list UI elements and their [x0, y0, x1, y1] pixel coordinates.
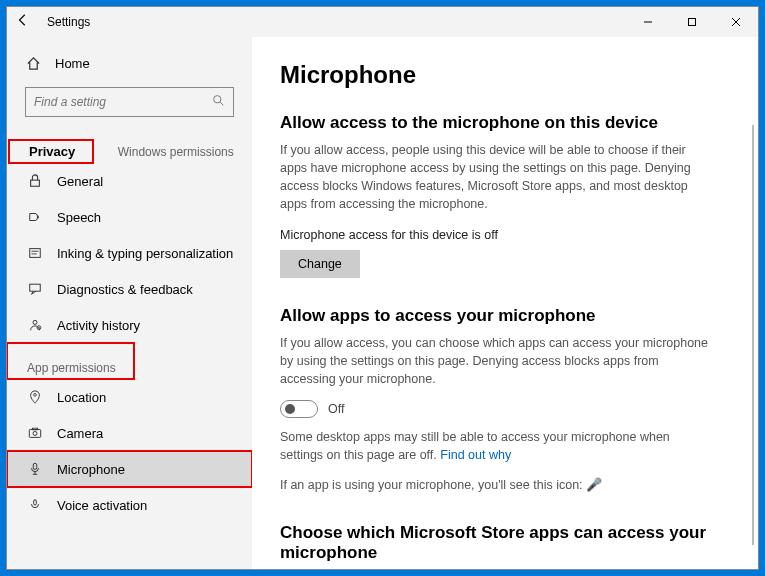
search-icon: [212, 94, 225, 110]
nav-voice-activation[interactable]: Voice activation: [7, 487, 252, 523]
svg-point-11: [33, 320, 37, 324]
section-desc: If you allow access, people using this d…: [280, 141, 710, 214]
nav-speech[interactable]: Speech: [7, 199, 252, 235]
inking-icon: [27, 245, 43, 261]
change-button[interactable]: Change: [280, 250, 360, 278]
nav-label: Diagnostics & feedback: [57, 282, 193, 297]
toggle-state: Off: [328, 402, 344, 416]
window-controls: [626, 7, 758, 37]
svg-rect-18: [32, 428, 37, 430]
minimize-button[interactable]: [626, 7, 670, 37]
svg-point-15: [34, 394, 37, 397]
scrollbar[interactable]: [752, 125, 754, 545]
nav-camera[interactable]: Camera: [7, 415, 252, 451]
nav-label: Voice activation: [57, 498, 147, 513]
section-heading: Allow apps to access your microphone: [280, 306, 730, 326]
nav-activity[interactable]: Activity history: [7, 307, 252, 343]
settings-window: Settings Home Privacy Windows permission…: [6, 6, 759, 570]
toggle-knob: [285, 404, 295, 414]
activity-icon: [27, 317, 43, 333]
home-link[interactable]: Home: [7, 45, 252, 81]
svg-rect-7: [30, 249, 41, 258]
section-heading: Choose which Microsoft Store apps can ac…: [280, 523, 730, 563]
close-button[interactable]: [714, 7, 758, 37]
toggle-row: Off: [280, 400, 730, 418]
nav-microphone[interactable]: Microphone: [7, 451, 252, 487]
window-title: Settings: [47, 15, 626, 29]
group-windows-permissions: Windows permissions: [98, 127, 252, 163]
voice-icon: [27, 497, 43, 513]
search-input[interactable]: [34, 95, 212, 109]
svg-rect-16: [29, 430, 40, 438]
nav-inking[interactable]: Inking & typing personalization: [7, 235, 252, 271]
desktop-apps-note: Some desktop apps may still be able to a…: [280, 428, 710, 464]
nav-label: Activity history: [57, 318, 140, 333]
section-device-access: Allow access to the microphone on this d…: [280, 113, 730, 278]
nav-label: General: [57, 174, 103, 189]
svg-point-4: [214, 96, 221, 103]
content-pane[interactable]: Microphone Allow access to the microphon…: [252, 37, 758, 569]
group-app-permissions: App permissions: [7, 343, 134, 379]
nav-diagnostics[interactable]: Diagnostics & feedback: [7, 271, 252, 307]
svg-rect-6: [31, 180, 40, 186]
section-store-apps: Choose which Microsoft Store apps can ac…: [280, 523, 730, 569]
nav-label: Inking & typing personalization: [57, 246, 233, 261]
speech-icon: [27, 209, 43, 225]
svg-rect-1: [689, 19, 696, 26]
page-title: Microphone: [280, 61, 730, 89]
nav-label: Camera: [57, 426, 103, 441]
nav-label: Microphone: [57, 462, 125, 477]
mic-in-use-note: If an app is using your microphone, you'…: [280, 476, 710, 495]
back-button[interactable]: [7, 13, 39, 31]
home-label: Home: [55, 56, 90, 71]
nav-location[interactable]: Location: [7, 379, 252, 415]
find-out-why-link[interactable]: Find out why: [440, 448, 511, 462]
maximize-button[interactable]: [670, 7, 714, 37]
svg-rect-10: [30, 284, 41, 291]
camera-icon: [27, 425, 43, 441]
nav-label: Speech: [57, 210, 101, 225]
nav-label: Location: [57, 390, 106, 405]
microphone-indicator-icon: 🎤: [586, 477, 602, 492]
section-desc: If you allow access, you can choose whic…: [280, 334, 710, 388]
access-status: Microphone access for this device is off: [280, 228, 730, 242]
svg-line-5: [220, 102, 223, 105]
svg-rect-19: [33, 463, 37, 469]
svg-point-17: [33, 431, 37, 435]
lock-icon: [27, 173, 43, 189]
category-privacy[interactable]: Privacy: [9, 140, 93, 163]
svg-rect-20: [34, 500, 37, 505]
home-icon: [25, 55, 41, 71]
section-heading: Allow access to the microphone on this d…: [280, 113, 730, 133]
microphone-icon: [27, 461, 43, 477]
app-access-toggle[interactable]: [280, 400, 318, 418]
nav-general[interactable]: General: [7, 163, 252, 199]
titlebar: Settings: [7, 7, 758, 37]
feedback-icon: [27, 281, 43, 297]
search-box[interactable]: [25, 87, 234, 117]
section-app-access: Allow apps to access your microphone If …: [280, 306, 730, 495]
body: Home Privacy Windows permissions General…: [7, 37, 758, 569]
sidebar: Home Privacy Windows permissions General…: [7, 37, 252, 569]
location-icon: [27, 389, 43, 405]
